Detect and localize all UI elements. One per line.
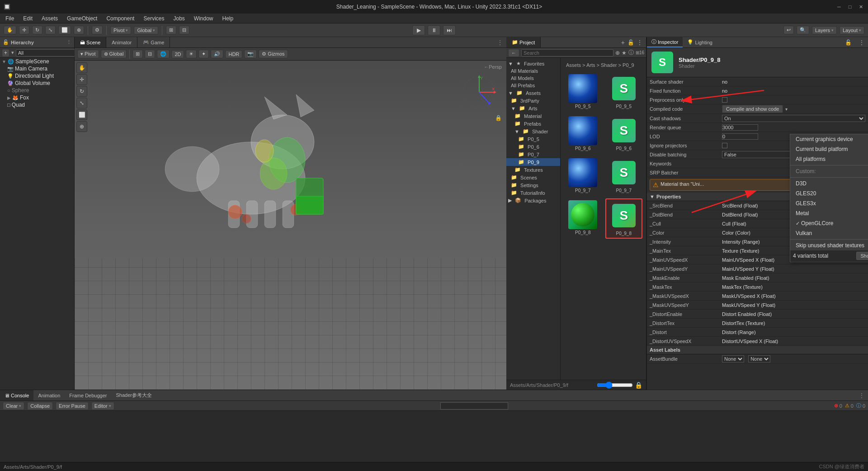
tab-project[interactable]: 📁 Project	[506, 37, 541, 47]
menu-assets[interactable]: Assets	[38, 14, 61, 23]
menu-component[interactable]: Component	[103, 14, 138, 23]
project-lock-icon[interactable]: 🔓	[627, 39, 634, 46]
dropdown-openglcore[interactable]: OpenGLCore	[790, 218, 868, 228]
asset-p0-9-5-shader[interactable]: S P0_9_5	[605, 72, 643, 111]
asset-p0-9-8-ball[interactable]: P0_9_8	[564, 198, 602, 239]
tree-arts[interactable]: ▼ 📁 Arts	[506, 104, 560, 112]
gizmo-rotate[interactable]: ↻	[76, 86, 87, 97]
dropdown-skip-unused[interactable]: Skip unused shader textures	[790, 240, 868, 250]
tab-animator[interactable]: Animator	[106, 37, 137, 47]
tree-scenes[interactable]: 📁 Scenes	[506, 174, 560, 181]
maximize-button[interactable]: □	[846, 3, 854, 10]
tree-material[interactable]: 📁 Material	[506, 112, 560, 120]
dropdown-gles3x[interactable]: GLES3x	[790, 198, 868, 208]
hierarchy-item-quad[interactable]: □ Quad	[0, 101, 74, 108]
step-button[interactable]: ⏭	[443, 25, 456, 35]
tree-prefabs[interactable]: 📁 Prefabs	[506, 120, 560, 127]
tree-p0-7[interactable]: 📁 P0_7	[506, 151, 560, 158]
scene-audio-btn[interactable]: 🔊	[211, 50, 223, 58]
asset-p0-9-7-ball[interactable]: P0_9_7	[564, 156, 602, 195]
hierarchy-item-sphere[interactable]: ○ Sphere	[0, 87, 74, 94]
hierarchy-add-btn[interactable]: +	[2, 49, 9, 57]
transform-tool-all[interactable]: ⊕	[74, 26, 84, 34]
minimize-button[interactable]: ─	[835, 3, 843, 10]
scene-lock-icon[interactable]: 🔒	[495, 115, 502, 121]
pivot-toggle[interactable]: Pivot ▾	[110, 26, 131, 34]
global-toggle[interactable]: Global ▾	[134, 26, 158, 34]
tab-scene[interactable]: 🏔 Scene	[75, 37, 106, 47]
menu-jobs[interactable]: Jobs	[170, 14, 188, 23]
scene-gizmos-btn[interactable]: ⚙ Gizmos	[259, 50, 288, 58]
hierarchy-item-globalvolume[interactable]: 🔮 Global Volume	[0, 80, 74, 87]
gizmo-scale[interactable]: ⤡	[76, 98, 87, 108]
scene-2d-btn[interactable]: 2D	[171, 50, 184, 58]
transform-tool-rect[interactable]: ⬜	[58, 26, 71, 34]
menu-file[interactable]: File	[2, 14, 18, 23]
tree-shader[interactable]: ▼ 📁 Shader	[506, 127, 560, 135]
hierarchy-search-input[interactable]	[16, 49, 83, 57]
tree-textures[interactable]: 📁 Textures	[506, 166, 560, 174]
scene-hdr-btn[interactable]: HDR	[225, 50, 242, 58]
dropdown-gles20[interactable]: GLES20	[790, 188, 868, 198]
scene-global-btn[interactable]: ⊕ Global	[101, 50, 127, 58]
tree-favorites[interactable]: ▼ ★ Favorites	[506, 60, 560, 67]
hierarchy-item-samplescene[interactable]: ▼ 🌐 SampleScene	[0, 58, 74, 65]
gizmo-move[interactable]: ✛	[76, 74, 87, 85]
hierarchy-item-directionallight[interactable]: 💡 Directional Light	[0, 72, 74, 80]
project-filter-icon[interactable]: ⊕	[615, 50, 620, 56]
tree-all-models[interactable]: All Models	[506, 75, 560, 82]
tab-console[interactable]: 🖥 Console	[0, 390, 33, 400]
tree-tutorialinfo[interactable]: 📁 TutorialInfo	[506, 189, 560, 197]
dropdown-all-platforms[interactable]: All platforms	[790, 154, 868, 164]
project-more-icon[interactable]: ⋮	[637, 39, 642, 46]
tree-assets[interactable]: ▼ 📁 Assets	[506, 89, 560, 97]
asset-p0-9-6-shader[interactable]: S P0_9_6	[605, 114, 643, 153]
tree-all-prefabs[interactable]: All Prefabs	[506, 82, 560, 89]
search-button[interactable]: 🔍	[797, 26, 809, 34]
asset-size-slider[interactable]	[597, 382, 633, 389]
tree-packages[interactable]: ▶ 📦 Packages	[506, 197, 560, 204]
project-add-icon[interactable]: +	[621, 39, 625, 46]
ignore-proj-checkbox[interactable]	[722, 143, 727, 148]
tab-frame-debugger[interactable]: Frame Debugger	[65, 390, 111, 400]
tree-all-materials[interactable]: All Materials	[506, 67, 560, 75]
transform-tool-move[interactable]: ✛	[19, 26, 29, 34]
layout-dropdown[interactable]: Layout ▾	[840, 26, 864, 34]
compiled-dropdown-arrow[interactable]: ▾	[785, 107, 788, 112]
assetbundle-select[interactable]: None	[722, 355, 744, 363]
transform-tool-hand[interactable]: ✋	[4, 26, 16, 34]
transform-tool-rotate[interactable]: ↻	[32, 26, 42, 34]
menu-window[interactable]: Window	[190, 14, 217, 23]
gizmo-all[interactable]: ⊕	[76, 121, 87, 132]
lod-input[interactable]	[722, 133, 758, 140]
transform-tool-scale[interactable]: ⤡	[45, 26, 56, 34]
tree-p0-5[interactable]: 📁 P0_5	[506, 135, 560, 143]
hierarchy-item-maincamera[interactable]: 📷 Main Camera	[0, 65, 74, 72]
menu-edit[interactable]: Edit	[19, 14, 36, 23]
inspector-lock-icon[interactable]: 🔓	[841, 39, 855, 46]
scene-grid-btn[interactable]: ⊞	[132, 50, 143, 58]
dropdown-current-build[interactable]: Current build platform	[790, 144, 868, 154]
scene-lights-btn[interactable]: ☀	[186, 50, 197, 58]
scene-more-icon[interactable]: ⋮	[497, 39, 503, 46]
editor-dropdown[interactable]: Editor ▾	[91, 402, 114, 410]
inspector-more-icon[interactable]: ⋮	[855, 39, 868, 46]
play-button[interactable]: ▶	[412, 25, 425, 35]
preprocess-checkbox[interactable]	[722, 97, 727, 103]
hierarchy-more-icon[interactable]: ⋮	[66, 39, 71, 45]
show-variants-button[interactable]: Show	[856, 252, 868, 260]
asset-p0-9-5-ball[interactable]: P0_9_5	[564, 72, 602, 111]
scene-pivot-btn[interactable]: ▾ Pivot	[77, 50, 99, 58]
compile-show-code-button[interactable]: Compile and show code	[722, 105, 783, 113]
project-back-btn[interactable]: ←	[508, 49, 519, 57]
grid-options[interactable]: ⊟	[179, 26, 189, 34]
tab-game[interactable]: 🎮 Game	[137, 37, 170, 47]
menu-help[interactable]: Help	[219, 14, 237, 23]
tree-settings[interactable]: 📁 Settings	[506, 181, 560, 189]
undo-history[interactable]: ↩	[783, 26, 794, 34]
tree-p0-6[interactable]: 📁 P0_6	[506, 143, 560, 151]
tab-animation[interactable]: Animation	[33, 390, 65, 400]
asset-labels-section[interactable]: Asset Labels	[647, 346, 868, 354]
scene-render-mode[interactable]: 🌐	[157, 50, 170, 58]
render-queue-input[interactable]	[722, 124, 758, 131]
